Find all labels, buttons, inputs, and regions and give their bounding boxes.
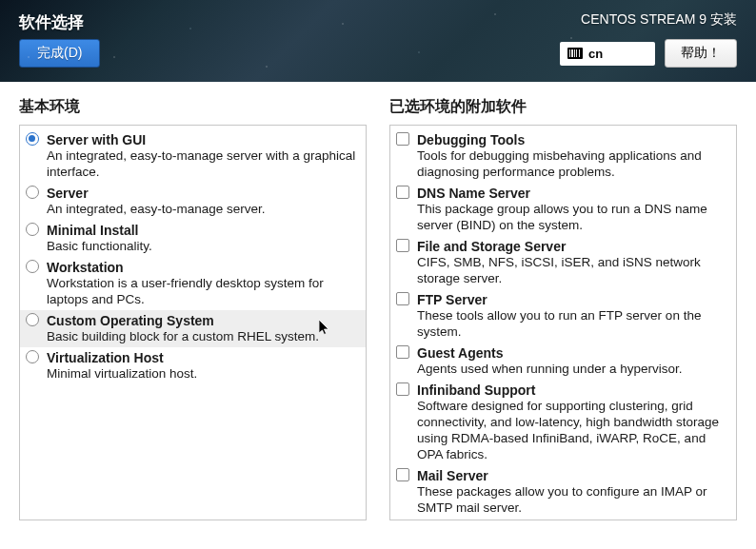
addon-title: Mail Server <box>417 467 728 484</box>
checkbox-mail[interactable] <box>396 468 409 481</box>
keyboard-layout-code: cn <box>588 47 603 61</box>
env-desc: Workstation is a user-friendly desktop s… <box>47 276 358 308</box>
keyboard-icon <box>567 48 583 59</box>
page-title: 软件选择 <box>19 11 84 33</box>
addon-option-infiniband[interactable]: Infiniband SupportSoftware designed for … <box>390 380 736 465</box>
addon-option-debugging[interactable]: Debugging ToolsTools for debugging misbe… <box>390 129 736 183</box>
checkbox-guest-agents[interactable] <box>396 345 409 359</box>
env-desc: Minimal virtualization host. <box>47 366 358 382</box>
done-button[interactable]: 完成(D) <box>19 39 100 68</box>
keyboard-layout-selector[interactable]: cn <box>560 42 655 66</box>
installer-title: CENTOS STREAM 9 安装 <box>581 11 737 29</box>
addon-desc: This package group allows you to run a D… <box>417 202 728 234</box>
checkbox-ftp[interactable] <box>396 292 409 305</box>
addon-title: DNS Name Server <box>417 185 728 202</box>
env-option-server[interactable]: ServerAn integrated, easy-to-manage serv… <box>20 183 366 220</box>
checkbox-file-storage[interactable] <box>396 239 409 252</box>
checkbox-debugging[interactable] <box>396 132 409 146</box>
addon-option-guest-agents[interactable]: Guest AgentsAgents used when running und… <box>390 343 736 380</box>
addon-option-mail[interactable]: Mail ServerThese packages allow you to c… <box>390 465 736 519</box>
env-option-custom[interactable]: Custom Operating SystemBasic building bl… <box>20 310 366 347</box>
env-title: Virtualization Host <box>47 349 358 366</box>
addon-title: Debugging Tools <box>417 131 728 148</box>
addons-title: 已选环境的附加软件 <box>389 97 737 117</box>
base-environment-column: 基本环境 Server with GUIAn integrated, easy-… <box>19 97 367 549</box>
addon-title: Infiniband Support <box>417 382 728 399</box>
env-desc: An integrated, easy-to-manage server wit… <box>47 148 358 181</box>
env-title: Server with GUI <box>47 131 358 148</box>
help-button[interactable]: 帮助！ <box>665 39 737 68</box>
installer-header: 软件选择 CENTOS STREAM 9 安装 完成(D) cn 帮助！ <box>0 0 756 82</box>
addon-option-ftp[interactable]: FTP ServerThese tools allow you to run a… <box>390 289 736 343</box>
base-environment-title: 基本环境 <box>19 97 367 117</box>
env-title: Workstation <box>47 259 358 276</box>
addons-column: 已选环境的附加软件 Debugging ToolsTools for debug… <box>389 97 737 549</box>
checkbox-infiniband[interactable] <box>396 382 409 396</box>
env-title: Custom Operating System <box>47 312 358 329</box>
addon-title: Guest Agents <box>417 344 728 362</box>
env-desc: An integrated, easy-to-manage server. <box>47 202 358 218</box>
addon-desc: Agents used when running under a hypervi… <box>417 362 728 378</box>
radio-minimal[interactable] <box>26 223 39 236</box>
radio-workstation[interactable] <box>26 260 39 273</box>
addon-desc: These packages allow you to configure an… <box>417 484 728 517</box>
radio-server-gui[interactable] <box>26 132 39 146</box>
addon-option-nfs-client[interactable]: Network File System Client <box>390 518 736 520</box>
env-option-minimal[interactable]: Minimal InstallBasic functionality. <box>20 220 366 257</box>
addon-title: Network File System Client <box>417 520 728 520</box>
addon-list[interactable]: Debugging ToolsTools for debugging misbe… <box>389 125 737 520</box>
radio-virt-host[interactable] <box>26 350 39 363</box>
env-desc: Basic functionality. <box>47 239 358 255</box>
env-option-server-gui[interactable]: Server with GUIAn integrated, easy-to-ma… <box>20 129 366 183</box>
addon-desc: Tools for debugging misbehaving applicat… <box>417 148 728 181</box>
addon-option-dns[interactable]: DNS Name ServerThis package group allows… <box>390 183 736 236</box>
addon-desc: These tools allow you to run an FTP serv… <box>417 308 728 341</box>
addon-title: File and Storage Server <box>417 238 728 255</box>
checkbox-dns[interactable] <box>396 186 409 199</box>
env-desc: Basic building block for a custom RHEL s… <box>47 329 358 345</box>
env-title: Server <box>47 185 358 202</box>
radio-server[interactable] <box>26 186 39 199</box>
env-option-virt-host[interactable]: Virtualization HostMinimal virtualizatio… <box>20 347 366 384</box>
env-title: Minimal Install <box>47 222 358 239</box>
addon-desc: CIFS, SMB, NFS, iSCSI, iSER, and iSNS ne… <box>417 255 728 287</box>
radio-custom[interactable] <box>26 313 39 326</box>
environment-list[interactable]: Server with GUIAn integrated, easy-to-ma… <box>19 125 367 520</box>
env-option-workstation[interactable]: WorkstationWorkstation is a user-friendl… <box>20 257 366 310</box>
addon-title: FTP Server <box>417 291 728 308</box>
addon-option-file-storage[interactable]: File and Storage ServerCIFS, SMB, NFS, i… <box>390 236 736 289</box>
addon-desc: Software designed for supporting cluster… <box>417 399 728 463</box>
